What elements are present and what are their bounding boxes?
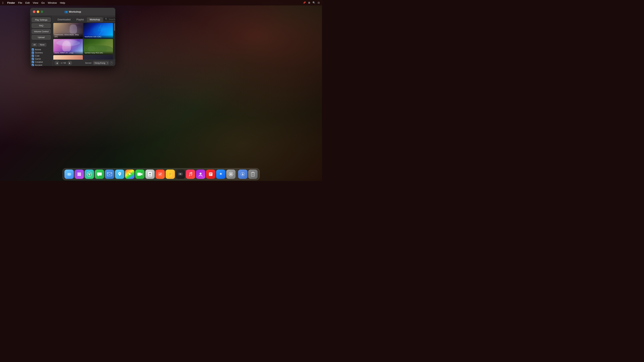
svg-line-37: [190, 173, 192, 174]
tab-downloaded[interactable]: Downloaded: [55, 17, 73, 22]
server-select[interactable]: Hong Kong US West US East Europe Japan: [93, 61, 109, 65]
svg-point-9: [80, 174, 81, 175]
dock-facetime[interactable]: [135, 170, 145, 179]
svg-point-3: [70, 174, 70, 175]
dock-podcasts[interactable]: [196, 170, 205, 179]
maximize-button[interactable]: [41, 10, 43, 13]
menubar-edit[interactable]: Edit: [25, 1, 30, 4]
menubar-go[interactable]: Go: [42, 1, 45, 4]
svg-rect-22: [130, 175, 130, 177]
wallpaper-card-2[interactable]: Waeframe Volt 3 (4K): [84, 23, 113, 38]
svg-point-10: [78, 175, 79, 176]
wallpaper-card-4[interactable]: Spirited Away Rive (4K): [84, 39, 113, 55]
help-button[interactable]: ?: [110, 61, 113, 64]
dock-appstore[interactable]: [216, 170, 226, 179]
svg-rect-25: [128, 173, 129, 174]
page-indicator: 1 / 50: [61, 62, 66, 64]
menubar-view[interactable]: View: [33, 1, 38, 4]
svg-rect-24: [131, 174, 132, 175]
svg-point-8: [79, 174, 80, 175]
svg-rect-21: [130, 172, 130, 173]
svg-point-1: [67, 172, 72, 176]
menubar-file[interactable]: File: [18, 1, 22, 4]
svg-point-11: [79, 175, 80, 176]
wallpaper-card-3[interactable]: Zaosu, Bilibili (4K, Loop): [53, 39, 83, 55]
menubar-right: 📌 ⊞ 🔍 ⊡: [303, 1, 320, 4]
prev-page-button[interactable]: ◀: [55, 61, 59, 65]
dock-reminders[interactable]: [156, 170, 165, 179]
scrollbar-track[interactable]: [114, 22, 115, 60]
dock-settings[interactable]: [226, 170, 236, 179]
svg-point-19: [119, 173, 120, 174]
server-section: Server: Hong Kong US West US East Europe…: [85, 61, 113, 65]
dock-maps[interactable]: [115, 170, 124, 179]
menubar-left:  Finder File Edit View Go Window Help: [2, 1, 65, 4]
wallpaper-card-1[interactable]: Iceprincess, Ghost Blade, Wlop (4K): [53, 23, 83, 38]
dock-contacts[interactable]: [146, 170, 155, 179]
tab-playlist[interactable]: Playlist: [74, 17, 86, 22]
filter-creative[interactable]: Creative: [32, 61, 51, 63]
dock-music[interactable]: [186, 170, 195, 179]
volume-control-button[interactable]: Volume Control: [32, 29, 51, 34]
window-title: 👥 Workshop: [64, 10, 81, 13]
card-label-4: Spirited Away Rive (4K): [84, 51, 113, 55]
upload-button[interactable]: Upload: [32, 35, 51, 40]
dock-finder[interactable]: [64, 170, 74, 179]
svg-point-7: [78, 174, 79, 175]
search-input[interactable]: [109, 18, 115, 20]
all-filter-button[interactable]: All: [32, 43, 37, 46]
close-button[interactable]: [33, 10, 36, 13]
svg-point-4: [78, 173, 79, 174]
app-window: 👥 Workshop Play Settings FAQ Volume Cont…: [30, 8, 115, 66]
card-label-3: Zaosu, Bilibili (4K, Loop): [53, 51, 83, 55]
tabs-bar: Downloaded Playlist Workshop 🔍: [52, 15, 115, 22]
menubar-finder[interactable]: Finder: [7, 1, 15, 4]
dock-trash[interactable]: [248, 170, 258, 179]
none-filter-button[interactable]: None: [38, 43, 46, 46]
dock-safari[interactable]: [85, 170, 94, 179]
dock-launchpad[interactable]: [75, 170, 84, 179]
dock-notes[interactable]: [166, 170, 175, 179]
search-box: 🔍: [103, 17, 115, 21]
filter-anime[interactable]: Anime: [32, 48, 51, 51]
dock-messages[interactable]: [95, 170, 104, 179]
wallpaper-card-6[interactable]: [84, 55, 113, 60]
scrollbar-thumb[interactable]: [114, 23, 115, 31]
main-panel: Downloaded Playlist Workshop 🔍 Iceprince…: [52, 15, 115, 66]
apple-menu-icon[interactable]: : [2, 1, 3, 4]
dock-photos[interactable]: [125, 170, 134, 179]
dock-news[interactable]: [206, 170, 216, 179]
wallpaper-grid: Iceprincess, Ghost Blade, Wlop (4K) Waef…: [52, 22, 114, 60]
menubar:  Finder File Edit View Go Window Help 📌…: [0, 0, 322, 5]
dock-appletv[interactable]: [176, 170, 185, 179]
svg-point-20: [129, 174, 131, 175]
filter-scenery[interactable]: Scenery: [32, 51, 51, 54]
svg-point-42: [230, 174, 232, 175]
svg-rect-27: [138, 173, 141, 176]
dock-downloads[interactable]: [238, 170, 248, 179]
sidebar: Play Settings FAQ Volume Control Upload …: [30, 15, 52, 66]
next-page-button[interactable]: ▶: [68, 61, 72, 65]
filter-buttons: All None: [32, 43, 51, 46]
dock: [62, 168, 260, 180]
svg-point-2: [68, 174, 69, 175]
filter-cute[interactable]: Cute: [32, 55, 51, 57]
dock-mail[interactable]: [105, 170, 114, 179]
faq-button[interactable]: FAQ: [32, 23, 51, 28]
filter-game[interactable]: Game: [32, 58, 51, 60]
menubar-control-icon[interactable]: ⊡: [318, 1, 320, 4]
play-settings-button[interactable]: Play Settings: [32, 17, 51, 22]
card-label-2: Waeframe Volt 3 (4K): [84, 35, 113, 38]
menubar-window[interactable]: Window: [48, 1, 57, 4]
svg-point-5: [79, 173, 80, 174]
filter-ancient[interactable]: Ancient: [32, 64, 51, 66]
minimize-button[interactable]: [37, 10, 39, 13]
tab-workshop[interactable]: Workshop: [87, 17, 103, 22]
bottom-bar: ◀ 1 / 50 ▶ Server: Hong Kong US West US …: [52, 60, 115, 66]
filter-group: Anime Scenery Cute Game Creative Ancient: [32, 48, 51, 66]
wallpaper-card-5[interactable]: [53, 55, 83, 60]
menubar-help[interactable]: Help: [60, 1, 65, 4]
menubar-display-icon[interactable]: ⊞: [308, 1, 310, 4]
menubar-search-icon[interactable]: 🔍: [312, 1, 316, 4]
server-label: Server:: [85, 62, 92, 64]
